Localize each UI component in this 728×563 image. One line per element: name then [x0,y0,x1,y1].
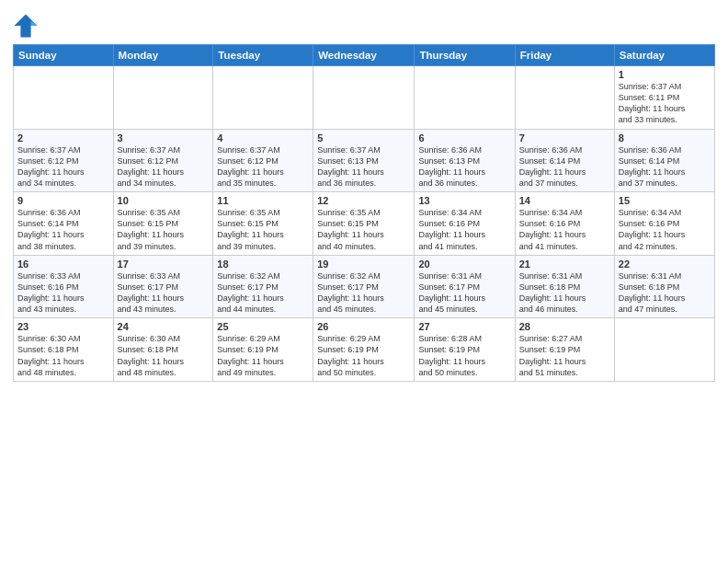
day-number: 13 [418,195,510,206]
day-info: Sunrise: 6:37 AM Sunset: 6:13 PM Dayligh… [317,144,410,190]
calendar-cell: 5Sunrise: 6:37 AM Sunset: 6:13 PM Daylig… [313,129,415,192]
day-number: 27 [418,321,510,332]
calendar-cell: 9Sunrise: 6:36 AM Sunset: 6:14 PM Daylig… [14,192,114,256]
day-number: 12 [317,195,410,206]
day-number: 25 [217,321,309,332]
day-number: 8 [619,132,711,144]
calendar-cell: 15Sunrise: 6:34 AM Sunset: 6:16 PM Dayli… [614,192,714,256]
calendar-cell: 26Sunrise: 6:29 AM Sunset: 6:19 PM Dayli… [313,318,415,382]
calendar-cell: 11Sunrise: 6:35 AM Sunset: 6:15 PM Dayli… [213,192,313,256]
day-info: Sunrise: 6:29 AM Sunset: 6:19 PM Dayligh… [317,333,410,378]
calendar-cell: 13Sunrise: 6:34 AM Sunset: 6:16 PM Dayli… [415,192,515,256]
day-info: Sunrise: 6:36 AM Sunset: 6:14 PM Dayligh… [619,144,711,190]
calendar-cell: 28Sunrise: 6:27 AM Sunset: 6:19 PM Dayli… [515,318,614,382]
day-info: Sunrise: 6:36 AM Sunset: 6:14 PM Dayligh… [17,207,109,252]
day-number: 21 [519,259,610,270]
calendar-cell: 4Sunrise: 6:37 AM Sunset: 6:12 PM Daylig… [213,129,313,192]
calendar-cell: 3Sunrise: 6:37 AM Sunset: 6:12 PM Daylig… [113,129,213,192]
calendar-cell: 20Sunrise: 6:31 AM Sunset: 6:17 PM Dayli… [415,255,515,318]
calendar-cell [113,66,213,130]
calendar-week-3: 16Sunrise: 6:33 AM Sunset: 6:16 PM Dayli… [14,255,715,318]
calendar-header-monday: Monday [113,45,213,66]
calendar-cell: 25Sunrise: 6:29 AM Sunset: 6:19 PM Dayli… [213,318,313,382]
calendar-cell [313,66,415,130]
day-number: 2 [17,132,109,144]
day-info: Sunrise: 6:33 AM Sunset: 6:16 PM Dayligh… [17,270,109,316]
calendar-week-1: 2Sunrise: 6:37 AM Sunset: 6:12 PM Daylig… [14,129,715,192]
calendar-cell: 12Sunrise: 6:35 AM Sunset: 6:15 PM Dayli… [313,192,415,256]
calendar-cell: 14Sunrise: 6:34 AM Sunset: 6:16 PM Dayli… [515,192,614,256]
day-info: Sunrise: 6:34 AM Sunset: 6:16 PM Dayligh… [418,207,510,252]
day-info: Sunrise: 6:31 AM Sunset: 6:18 PM Dayligh… [519,270,610,316]
day-info: Sunrise: 6:30 AM Sunset: 6:18 PM Dayligh… [17,333,109,378]
day-number: 22 [619,259,711,270]
calendar-header-tuesday: Tuesday [213,45,313,66]
day-info: Sunrise: 6:35 AM Sunset: 6:15 PM Dayligh… [118,207,210,252]
day-number: 14 [519,195,610,206]
calendar-header-wednesday: Wednesday [313,45,415,66]
day-info: Sunrise: 6:27 AM Sunset: 6:19 PM Dayligh… [519,333,610,378]
day-number: 19 [317,259,410,270]
calendar-cell: 27Sunrise: 6:28 AM Sunset: 6:19 PM Dayli… [415,318,515,382]
calendar-week-0: 1Sunrise: 6:37 AM Sunset: 6:11 PM Daylig… [14,66,715,130]
day-info: Sunrise: 6:32 AM Sunset: 6:17 PM Dayligh… [217,270,309,316]
calendar-cell: 16Sunrise: 6:33 AM Sunset: 6:16 PM Dayli… [14,255,114,318]
calendar-cell: 17Sunrise: 6:33 AM Sunset: 6:17 PM Dayli… [113,255,213,318]
calendar-cell: 18Sunrise: 6:32 AM Sunset: 6:17 PM Dayli… [213,255,313,318]
day-info: Sunrise: 6:34 AM Sunset: 6:16 PM Dayligh… [519,207,610,252]
calendar-cell: 24Sunrise: 6:30 AM Sunset: 6:18 PM Dayli… [113,318,213,382]
day-info: Sunrise: 6:37 AM Sunset: 6:12 PM Dayligh… [217,144,309,190]
day-info: Sunrise: 6:37 AM Sunset: 6:12 PM Dayligh… [118,144,210,190]
day-number: 26 [317,321,410,332]
calendar-header-row: SundayMondayTuesdayWednesdayThursdayFrid… [14,45,715,66]
calendar-cell: 21Sunrise: 6:31 AM Sunset: 6:18 PM Dayli… [515,255,614,318]
day-number: 16 [17,259,109,270]
day-info: Sunrise: 6:34 AM Sunset: 6:16 PM Dayligh… [619,207,711,252]
calendar-header-thursday: Thursday [415,45,515,66]
logo-icon [13,13,39,39]
day-number: 3 [118,132,210,144]
calendar-cell: 22Sunrise: 6:31 AM Sunset: 6:18 PM Dayli… [614,255,714,318]
day-info: Sunrise: 6:31 AM Sunset: 6:17 PM Dayligh… [418,270,510,316]
calendar-cell: 2Sunrise: 6:37 AM Sunset: 6:12 PM Daylig… [14,129,114,192]
day-number: 5 [317,132,410,144]
day-info: Sunrise: 6:36 AM Sunset: 6:14 PM Dayligh… [519,144,610,190]
day-number: 4 [217,132,309,144]
calendar-cell [614,318,714,382]
day-number: 20 [418,259,510,270]
day-info: Sunrise: 6:36 AM Sunset: 6:13 PM Dayligh… [418,144,510,190]
calendar-cell: 7Sunrise: 6:36 AM Sunset: 6:14 PM Daylig… [515,129,614,192]
calendar-cell: 10Sunrise: 6:35 AM Sunset: 6:15 PM Dayli… [113,192,213,256]
day-number: 23 [17,321,109,332]
calendar-cell [515,66,614,130]
calendar-header-sunday: Sunday [14,45,114,66]
calendar-cell: 6Sunrise: 6:36 AM Sunset: 6:13 PM Daylig… [415,129,515,192]
day-number: 17 [118,259,210,270]
day-number: 24 [118,321,210,332]
day-info: Sunrise: 6:31 AM Sunset: 6:18 PM Dayligh… [619,270,711,316]
page: SundayMondayTuesdayWednesdayThursdayFrid… [0,0,728,563]
day-info: Sunrise: 6:30 AM Sunset: 6:18 PM Dayligh… [118,333,210,378]
day-number: 28 [519,321,610,332]
logo [13,13,42,39]
day-number: 7 [519,132,610,144]
header [13,9,715,39]
day-info: Sunrise: 6:32 AM Sunset: 6:17 PM Dayligh… [317,270,410,316]
day-number: 6 [418,132,510,144]
day-info: Sunrise: 6:33 AM Sunset: 6:17 PM Dayligh… [118,270,210,316]
day-info: Sunrise: 6:35 AM Sunset: 6:15 PM Dayligh… [317,207,410,252]
calendar-header-friday: Friday [515,45,614,66]
day-info: Sunrise: 6:35 AM Sunset: 6:15 PM Dayligh… [217,207,309,252]
calendar-week-2: 9Sunrise: 6:36 AM Sunset: 6:14 PM Daylig… [14,192,715,256]
day-info: Sunrise: 6:37 AM Sunset: 6:12 PM Dayligh… [17,144,109,190]
calendar-cell: 23Sunrise: 6:30 AM Sunset: 6:18 PM Dayli… [14,318,114,382]
calendar-cell [14,66,114,130]
calendar-cell: 19Sunrise: 6:32 AM Sunset: 6:17 PM Dayli… [313,255,415,318]
calendar-header-saturday: Saturday [614,45,714,66]
day-info: Sunrise: 6:28 AM Sunset: 6:19 PM Dayligh… [418,333,510,378]
day-number: 1 [619,69,711,80]
day-number: 11 [217,195,309,206]
calendar-week-4: 23Sunrise: 6:30 AM Sunset: 6:18 PM Dayli… [14,318,715,382]
calendar-cell [213,66,313,130]
day-number: 18 [217,259,309,270]
